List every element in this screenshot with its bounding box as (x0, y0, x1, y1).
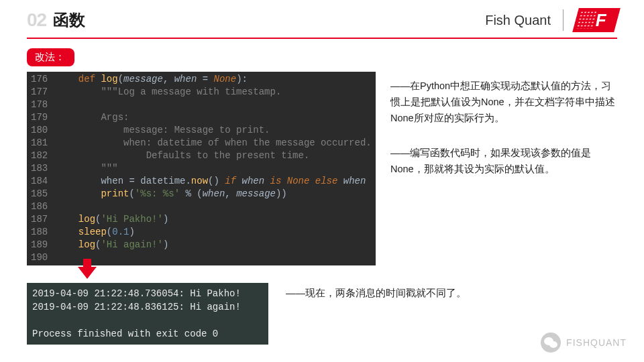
code-editor: 1761771781791801811821831841851861871881… (27, 72, 376, 265)
line-number-gutter: 1761771781791801811821831841851861871881… (27, 72, 53, 265)
code-line: print('%s: %s' % (when, message)) (56, 188, 371, 200)
code-line: when: datetime of when the message occur… (56, 137, 371, 149)
explanation-column: ——在Python中想正确实现动态默认值的方法，习惯上是把默认值设为None，并… (390, 72, 617, 265)
code-column: 1761771781791801811821831841851861871881… (27, 72, 376, 265)
brand-name: Fish Quant (485, 13, 551, 28)
code-line: Defaults to the present time. (56, 149, 371, 162)
arrow-indicator (27, 267, 148, 282)
brand-logo-icon: F (572, 8, 621, 32)
code-line: message: Message to print. (56, 124, 371, 137)
code-body: def log(message, when = None): """Log a … (53, 72, 375, 265)
wechat-icon (541, 333, 561, 353)
code-line (56, 99, 371, 111)
terminal-output: 2019-04-09 21:22:48.736054: Hi Pakho! 20… (27, 283, 268, 345)
code-line: Args: (56, 111, 371, 124)
explanation-paragraph-1: ——在Python中想正确实现动态默认值的方法，习惯上是把默认值设为None，并… (390, 78, 617, 127)
explanation-paragraph-2: ——编写函数代码时，如果发现该参数的值是None，那就将其设为实际的默认值。 (390, 145, 617, 178)
page-header: 02 函数 Fish Quant F (0, 0, 644, 38)
code-line: when = datetime.now() if when is None el… (56, 175, 371, 188)
footer-watermark: FISHQUANT (541, 333, 627, 353)
code-line: sleep(0.1) (56, 226, 371, 239)
section-tag: 改法： (27, 48, 74, 66)
code-line: log('Hi again!') (56, 239, 371, 251)
down-arrow-icon (78, 267, 97, 279)
brand-separator (563, 9, 564, 31)
code-line: def log(message, when = None): (56, 73, 371, 86)
code-line: """Log a message with timestamp. (56, 86, 371, 99)
code-line: log('Hi Pakho!') (56, 213, 371, 226)
code-line: """ (56, 162, 371, 175)
code-line (56, 200, 371, 213)
code-line (56, 251, 371, 264)
chapter-title: 函数 (53, 9, 85, 31)
footer-account: FISHQUANT (566, 337, 627, 348)
chapter-number: 02 (27, 9, 46, 31)
header-divider (27, 38, 617, 39)
header-right: Fish Quant F (485, 8, 617, 32)
output-explanation: ——现在，两条消息的时间戳就不同了。 (286, 283, 466, 300)
content-row: 1761771781791801811821831841851861871881… (0, 72, 644, 265)
